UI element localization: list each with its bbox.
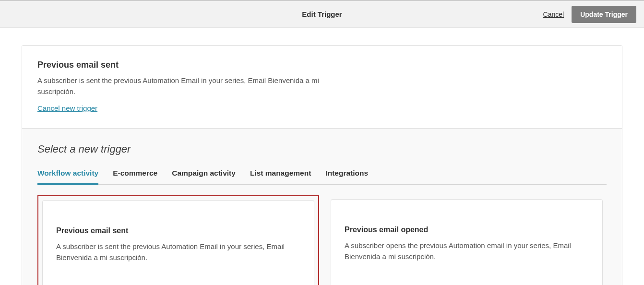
card-title: Previous email opened <box>345 226 589 234</box>
tab-campaign-activity[interactable]: Campaign activity <box>172 169 236 185</box>
update-trigger-button[interactable]: Update Trigger <box>572 6 636 23</box>
card-wrap-previous-opened: Previous email opened A subscriber opens… <box>327 195 607 285</box>
cancel-link[interactable]: Cancel <box>543 11 564 18</box>
topbar-actions: Cancel Update Trigger <box>543 6 636 23</box>
tab-e-commerce[interactable]: E-commerce <box>113 169 157 185</box>
card-previous-email-sent[interactable]: Previous email sent A subscriber is sent… <box>42 200 314 285</box>
current-trigger-description: A subscriber is sent the previous Automa… <box>37 75 335 97</box>
topbar: Edit Trigger Cancel Update Trigger <box>0 0 644 28</box>
card-previous-email-opened[interactable]: Previous email opened A subscriber opens… <box>331 199 603 285</box>
tab-integrations[interactable]: Integrations <box>325 169 368 185</box>
card-description: A subscriber is sent the previous Automa… <box>56 241 300 263</box>
cancel-new-trigger-link[interactable]: Cancel new trigger <box>37 104 97 112</box>
current-trigger-section: Previous email sent A subscriber is sent… <box>22 46 622 128</box>
tab-list-management[interactable]: List management <box>250 169 311 185</box>
card-description: A subscriber opens the previous Automati… <box>345 240 589 262</box>
trigger-cards: Previous email sent A subscriber is sent… <box>37 195 607 285</box>
content: Previous email sent A subscriber is sent… <box>0 28 644 285</box>
trigger-panel: Previous email sent A subscriber is sent… <box>22 45 622 285</box>
current-trigger-title: Previous email sent <box>37 60 607 70</box>
trigger-type-tabs: Workflow activity E-commerce Campaign ac… <box>37 169 607 185</box>
card-wrap-previous-sent: Previous email sent A subscriber is sent… <box>37 195 319 285</box>
page-title: Edit Trigger <box>302 10 342 18</box>
tab-workflow-activity[interactable]: Workflow activity <box>37 169 98 185</box>
section-title: Select a new trigger <box>37 143 607 155</box>
card-title: Previous email sent <box>56 226 300 235</box>
select-trigger-section: Select a new trigger Workflow activity E… <box>22 128 622 285</box>
